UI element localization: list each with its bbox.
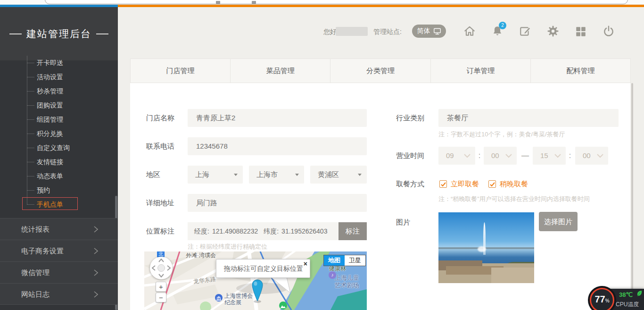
sidebar-section-wechat-manage[interactable]: 微信管理 [0, 261, 118, 283]
pan-up-icon[interactable] [158, 259, 164, 262]
map-type-map-button[interactable]: 地图 [324, 255, 345, 266]
industry-note: 注：字数不超过10个字，例：美食/粤菜/茶餐厅 [438, 130, 565, 139]
tab-dish-manage[interactable]: 菜品管理 [230, 59, 330, 83]
apps-grid-icon[interactable] [575, 25, 587, 37]
pickup-later-checkbox[interactable] [488, 180, 496, 188]
province-select[interactable]: 上海 [188, 166, 243, 184]
map-pin-icon[interactable] [251, 279, 264, 303]
title-dash-right [96, 34, 108, 34]
main-accent-bar [118, 5, 644, 7]
tab-ingredient-manage[interactable]: 配料管理 [530, 59, 630, 83]
screen: 建站管理后台 开卡即送 活动设置 秒杀管理 团购设置 组团管理 积分兑换 自定义… [0, 0, 644, 310]
map-label-theater-2: 艺术剧场 [335, 281, 359, 290]
sidebar-section-statistics[interactable]: 统计报表 [0, 218, 118, 240]
industry-input[interactable]: 茶餐厅 [438, 109, 619, 127]
language-toggle[interactable]: 简体 [412, 25, 446, 38]
pan-right-icon[interactable] [167, 265, 171, 271]
address-input[interactable]: 局门路 [188, 194, 367, 212]
choose-image-button[interactable]: 选择图片 [539, 212, 578, 231]
chevron-right-icon [92, 247, 100, 255]
leaf-icon [636, 290, 642, 297]
dropdown-arrow-icon [295, 174, 299, 176]
map-zoom-in-button[interactable]: + [156, 282, 166, 292]
hours-label: 营业时间 [396, 147, 424, 165]
location-coords-field[interactable]: 经度:121.490882232纬度:31.1952626403 [188, 222, 339, 240]
tab-store-manage[interactable]: 门店管理 [131, 59, 230, 83]
open-minute-select[interactable]: 00 [484, 147, 517, 165]
region-label: 地区 [146, 166, 160, 184]
content-scrollbar[interactable] [631, 83, 633, 310]
open-hour-select[interactable]: 09 [438, 147, 475, 165]
latitude-label: 纬度: [264, 227, 279, 235]
phone-input[interactable]: 12345678 [188, 137, 367, 155]
pickup-now-label[interactable]: 立即取餐 [451, 175, 479, 193]
browser-extension-icon[interactable] [252, 1, 256, 4]
close-minute-select[interactable]: 00 [575, 147, 608, 165]
cpu-temperature-label: CPU温度 [616, 301, 639, 309]
tab-order-manage[interactable]: 订单管理 [430, 59, 530, 83]
title-dash-left [9, 34, 22, 34]
browser-extension-icon[interactable] [216, 1, 220, 4]
map-pan-control[interactable] [150, 257, 173, 279]
power-logout-icon[interactable] [603, 25, 615, 37]
language-label: 简体 [417, 27, 430, 35]
time-range-dash: — [520, 147, 531, 165]
browser-strip [0, 0, 644, 5]
map-type-toggle: 地图 卫星 [323, 255, 366, 266]
chevron-right-icon [92, 269, 100, 276]
sidebar-item-group-buy[interactable]: 团购设置 [0, 98, 118, 112]
sidebar-section-ecommerce-settings[interactable]: 电子商务设置 [0, 240, 118, 261]
chevron-down-icon [505, 154, 512, 158]
chevron-down-icon [554, 154, 561, 158]
app-title: 建站管理后台 [26, 27, 91, 41]
museum-poi-icon[interactable] [215, 294, 223, 302]
park-poi-icon[interactable] [279, 302, 287, 310]
pickup-later-label[interactable]: 稍晚取餐 [500, 175, 528, 193]
browser-address-bar[interactable] [45, 0, 628, 4]
sidebar-item-points-exchange[interactable]: 积分兑换 [0, 126, 118, 141]
close-hour-select[interactable]: 15 [533, 147, 566, 165]
sidebar-item-activity-settings[interactable]: 活动设置 [0, 70, 118, 84]
map-tooltip-text: 拖动标注可自定义目标位置 [216, 265, 311, 273]
tab-category-manage[interactable]: 分类管理 [330, 59, 430, 83]
address-label: 详细地址 [146, 194, 174, 212]
time-colon: : [568, 147, 572, 165]
map-label-expo-2: 纪念展 [224, 299, 241, 307]
sidebar-item-custom-query[interactable]: 自定义查询 [0, 141, 118, 155]
sidebar-item-reservation[interactable]: 预约 [0, 183, 118, 197]
map-pan-knob[interactable] [157, 264, 165, 272]
home-icon[interactable] [463, 25, 476, 37]
pan-down-icon[interactable] [158, 274, 164, 277]
district-select[interactable]: 黄浦区 [310, 166, 367, 184]
location-map[interactable]: 外滩·湾璞会 龙华东路 上海世博会 纪念展 健康林 ♪ 上海儿童 艺术剧场 北 … [144, 251, 367, 310]
sidebar-header: 建站管理后台 [0, 7, 118, 60]
edit-icon[interactable] [519, 25, 531, 37]
pan-left-icon[interactable] [152, 265, 156, 271]
settings-gear-icon[interactable] [547, 25, 559, 37]
mark-location-button[interactable]: 标注 [339, 222, 367, 240]
tooltip-close-icon[interactable]: × [304, 260, 307, 268]
sidebar-item-flash-sale[interactable]: 秒杀管理 [0, 84, 118, 98]
check-icon [490, 182, 495, 187]
latitude-value: 31.1952626403 [281, 227, 327, 235]
sidebar-item-friend-links[interactable]: 友情链接 [0, 155, 118, 169]
sidebar-item-open-card-gift[interactable]: 开卡即送 [0, 56, 118, 70]
store-name-input[interactable]: 青青原上草2 [188, 109, 367, 127]
map-zoom-out-button[interactable]: − [156, 293, 166, 302]
sidebar-item-dynamic-forms[interactable]: 动态表单 [0, 169, 118, 183]
map-type-satellite-button[interactable]: 卫星 [345, 255, 365, 266]
sidebar-section-site-logs[interactable]: 网站日志 [0, 283, 118, 305]
location-label: 位置标注 [146, 222, 174, 240]
sidebar-item-group-manage[interactable]: 组团管理 [0, 112, 118, 126]
username-redacted [336, 27, 368, 36]
chevron-down-icon [464, 154, 471, 158]
location-note: 注：根据经纬度进行精确定位 [188, 243, 267, 251]
pickup-note: 注：“稍晚取餐”用户可以选择在营业时间内选择取餐时间 [438, 195, 590, 203]
check-icon [441, 182, 446, 187]
phone-label: 联系电话 [146, 137, 174, 155]
time-colon: : [477, 147, 482, 165]
pickup-now-checkbox[interactable] [439, 180, 447, 188]
city-select[interactable]: 上海市 [249, 166, 304, 184]
sidebar: 建站管理后台 开卡即送 活动设置 秒杀管理 团购设置 组团管理 积分兑换 自定义… [0, 7, 118, 310]
notification-badge: 2 [499, 22, 506, 29]
